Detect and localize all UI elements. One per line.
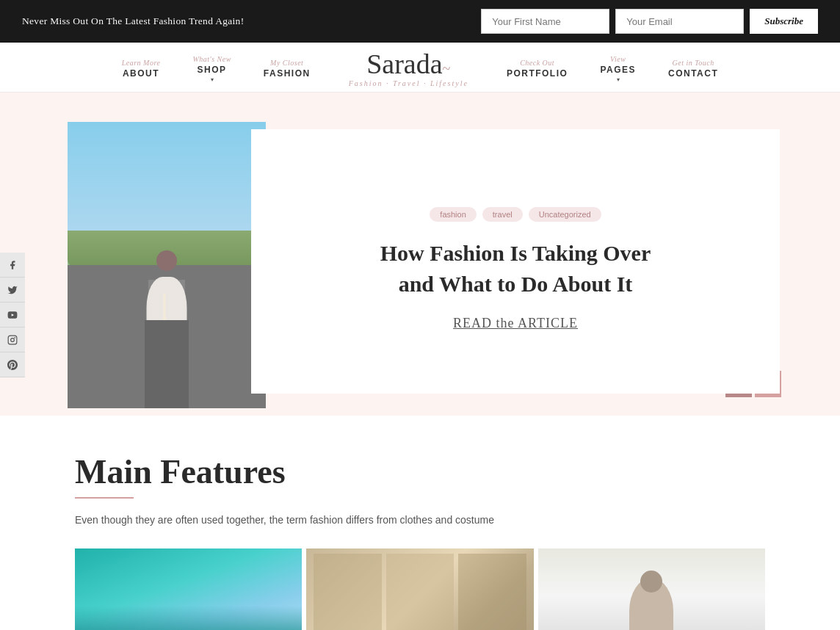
- nav-about-sub: Learn More: [122, 59, 161, 67]
- features-title: Main Features: [75, 452, 765, 491]
- nav-about[interactable]: Learn More ABOUT: [106, 54, 177, 83]
- nav-fashion[interactable]: My Closet FASHION: [247, 54, 327, 83]
- read-article-link[interactable]: READ the ARTICLE: [453, 316, 578, 331]
- nav-portfolio-main: PORTFOLIO: [507, 68, 568, 79]
- twitter-icon[interactable]: [0, 278, 25, 303]
- instagram-icon[interactable]: [0, 327, 25, 352]
- nav-contact-sub: Get in Touch: [672, 59, 714, 67]
- logo-subtitle: Fashion · Travel · Lifestyle: [349, 79, 468, 87]
- tag-fashion[interactable]: fashion: [430, 207, 476, 222]
- pinterest-icon[interactable]: [0, 352, 25, 377]
- facebook-icon[interactable]: [0, 253, 25, 278]
- hero-section: fashion travel Uncategorized How Fashion…: [0, 93, 840, 416]
- nav-about-main: ABOUT: [123, 68, 159, 79]
- nav-shop-main: SHOP: [198, 65, 227, 75]
- features-underline: [75, 497, 134, 499]
- nav-pages-main: PAGES: [600, 65, 636, 75]
- hero-title: How Fashion Is Taking Over and What to D…: [376, 238, 655, 300]
- nav-pages-sub: View: [610, 55, 626, 63]
- tag-uncategorized[interactable]: Uncategorized: [529, 207, 601, 222]
- feature-image-3: [538, 548, 765, 630]
- nav-shop[interactable]: What's New SHOP ▾: [176, 51, 247, 87]
- nav-fashion-sub: My Closet: [270, 59, 303, 67]
- feature-image-2: [306, 548, 533, 630]
- svg-point-2: [11, 338, 15, 341]
- hero-image: [68, 122, 266, 408]
- nav-pages-arrow: ▾: [617, 76, 620, 83]
- first-name-input[interactable]: [481, 9, 609, 34]
- features-description: Even though they are often used together…: [75, 512, 765, 528]
- feature-image-1: [75, 548, 302, 630]
- nav-fashion-main: FASHION: [264, 68, 311, 79]
- logo-title: Sarada~: [366, 50, 450, 78]
- social-sidebar: [0, 253, 25, 377]
- svg-point-3: [15, 337, 15, 338]
- hero-content: fashion travel Uncategorized How Fashion…: [251, 129, 780, 394]
- youtube-icon[interactable]: [0, 303, 25, 327]
- hero-inner: fashion travel Uncategorized How Fashion…: [60, 107, 780, 416]
- nav-portfolio[interactable]: Check Out PORTFOLIO: [490, 54, 584, 83]
- svg-rect-1: [8, 336, 17, 344]
- nav-contact[interactable]: Get in Touch CONTACT: [652, 54, 734, 83]
- top-bar: Never Miss Out On The Latest Fashion Tre…: [0, 0, 840, 43]
- subscribe-form: Subscribe: [481, 9, 818, 34]
- top-bar-message: Never Miss Out On The Latest Fashion Tre…: [22, 15, 244, 27]
- features-inner: Main Features Even though they are often…: [60, 452, 780, 630]
- tag-travel[interactable]: travel: [482, 207, 523, 222]
- logo[interactable]: Sarada~ Fashion · Travel · Lifestyle: [327, 50, 490, 87]
- nav-pages[interactable]: View PAGES ▾: [584, 51, 652, 87]
- features-images: [75, 548, 765, 630]
- nav-portfolio-sub: Check Out: [520, 59, 554, 67]
- features-section: Main Features Even though they are often…: [0, 416, 840, 630]
- nav-contact-main: CONTACT: [668, 68, 718, 79]
- nav-shop-sub: What's New: [192, 55, 231, 63]
- email-input[interactable]: [615, 9, 744, 34]
- subscribe-button[interactable]: Subscribe: [750, 9, 818, 34]
- main-nav: Learn More ABOUT What's New SHOP ▾ My Cl…: [0, 43, 840, 93]
- hero-tags: fashion travel Uncategorized: [430, 207, 601, 222]
- nav-shop-arrow: ▾: [211, 76, 214, 83]
